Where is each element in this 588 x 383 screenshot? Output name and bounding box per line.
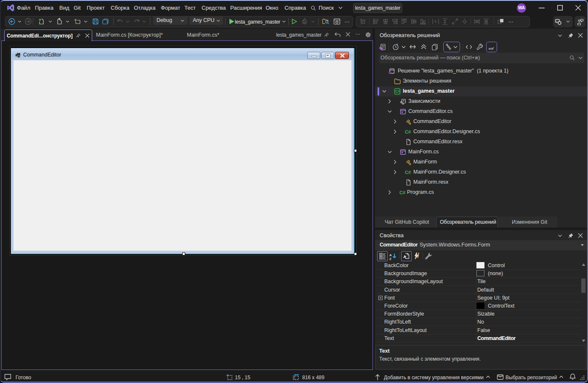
svg-text:C#: C# [399,190,405,195]
svg-text:A: A [389,253,392,257]
svg-text:C#: C# [405,170,411,175]
svg-text:C#: C# [405,129,411,134]
svg-text:C#: C# [395,89,400,94]
svg-text:Z: Z [389,257,391,260]
